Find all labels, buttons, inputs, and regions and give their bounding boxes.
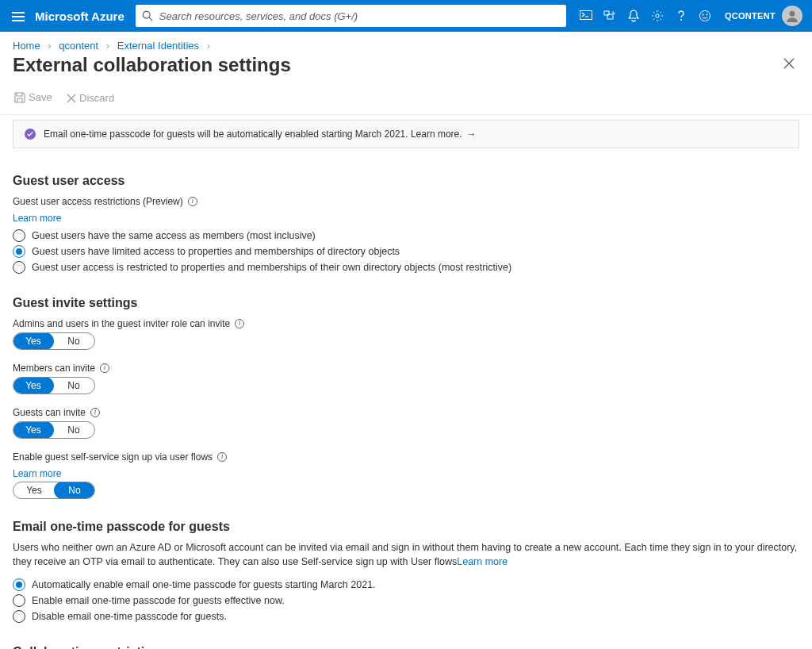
discard-icon [67, 94, 76, 103]
members-invite-label: Members can invite [13, 363, 95, 374]
selfservice-label: Enable guest self-service sign up via us… [13, 451, 213, 463]
toggle-no[interactable]: No [53, 422, 94, 438]
toggle-yes[interactable]: Yes [13, 332, 54, 350]
settings-icon[interactable] [645, 0, 669, 32]
feedback-icon[interactable] [693, 0, 717, 32]
svg-point-0 [143, 11, 150, 18]
toggle-no[interactable]: No [54, 482, 95, 499]
close-icon [783, 58, 795, 69]
svg-point-9 [706, 14, 707, 16]
banner-text: Email one-time passcode for guests will … [44, 129, 462, 140]
otp-option-0[interactable]: Automatically enable email one-time pass… [13, 577, 799, 593]
info-icon[interactable]: i [235, 319, 244, 328]
section-guest-access: Guest user access [13, 174, 799, 188]
help-icon[interactable] [669, 0, 693, 32]
otp-learn-more[interactable]: Learn more [457, 556, 508, 567]
otp-option-2[interactable]: Disable email one-time passcode for gues… [13, 609, 799, 624]
discard-button[interactable]: Discard [67, 92, 114, 104]
guest-access-option-0[interactable]: Guest users have the same access as memb… [13, 228, 799, 244]
avatar [782, 6, 802, 26]
svg-rect-2 [580, 11, 592, 20]
guest-access-learn-more[interactable]: Learn more [13, 213, 61, 224]
members-invite-toggle[interactable]: Yes No [13, 377, 95, 394]
toggle-no[interactable]: No [53, 333, 94, 349]
guest-access-option-2[interactable]: Guest user access is restricted to prope… [13, 259, 799, 275]
svg-point-5 [656, 14, 659, 17]
section-invite: Guest invite settings [13, 296, 799, 310]
svg-point-10 [790, 11, 795, 17]
info-icon[interactable]: i [217, 452, 227, 462]
guest-access-radio-group: Guest users have the same access as memb… [13, 228, 799, 275]
info-icon[interactable]: i [90, 408, 100, 417]
svg-point-6 [680, 19, 682, 21]
account-menu[interactable]: QCONTENT [717, 6, 806, 26]
cloud-shell-icon[interactable] [574, 0, 598, 32]
selfservice-learn-more[interactable]: Learn more [13, 468, 61, 479]
notifications-icon[interactable] [622, 0, 645, 32]
global-search[interactable] [136, 5, 566, 27]
toggle-yes[interactable]: Yes [13, 421, 54, 439]
otp-radio-group: Automatically enable email one-time pass… [13, 577, 799, 624]
otp-option-1[interactable]: Enable email one-time passcode for guest… [13, 593, 799, 609]
info-icon[interactable]: i [100, 363, 109, 373]
info-icon[interactable]: i [188, 197, 197, 206]
svg-point-7 [699, 11, 710, 21]
svg-line-1 [149, 17, 152, 21]
search-icon [142, 10, 153, 21]
directories-icon[interactable] [598, 0, 622, 32]
page-title: External collaboration settings [13, 54, 779, 76]
guest-access-option-1[interactable]: Guest users have limited access to prope… [13, 244, 799, 259]
close-button[interactable] [779, 53, 799, 77]
guests-invite-label: Guests can invite [13, 407, 86, 418]
crumb-external-identities[interactable]: External Identities [117, 40, 199, 52]
chevron-right-icon: › [207, 40, 210, 52]
chevron-right-icon: › [106, 40, 109, 52]
arrow-right-icon[interactable]: → [467, 129, 477, 140]
info-banner: Email one-time passcode for guests will … [13, 120, 799, 148]
crumb-home[interactable]: Home [13, 40, 40, 52]
hamburger-menu[interactable] [6, 9, 30, 23]
toggle-yes[interactable]: Yes [13, 377, 54, 394]
admins-invite-toggle[interactable]: Yes No [13, 332, 95, 350]
brand-label: Microsoft Azure [30, 10, 136, 23]
admins-invite-label: Admins and users in the guest inviter ro… [13, 318, 230, 329]
account-name: QCONTENT [725, 11, 776, 21]
check-badge-icon [25, 129, 36, 140]
crumb-qcontent[interactable]: qcontent [59, 40, 98, 52]
save-icon [14, 92, 25, 103]
breadcrumb: Home › qcontent › External Identities › [0, 32, 812, 53]
otp-description: Users who neither own an Azure AD or Mic… [13, 540, 799, 569]
chevron-right-icon: › [48, 40, 51, 52]
save-button[interactable]: Save [14, 91, 52, 103]
selfservice-toggle[interactable]: Yes No [13, 482, 95, 499]
toggle-yes[interactable]: Yes [13, 482, 55, 498]
svg-point-8 [702, 14, 703, 16]
section-otp: Email one-time passcode for guests [13, 520, 799, 534]
guest-access-restrictions-label: Guest user access restrictions (Preview) [13, 196, 183, 207]
section-collab: Collaboration restrictions [13, 645, 799, 649]
search-input[interactable] [158, 10, 560, 23]
guests-invite-toggle[interactable]: Yes No [13, 421, 95, 439]
toggle-no[interactable]: No [53, 378, 94, 394]
